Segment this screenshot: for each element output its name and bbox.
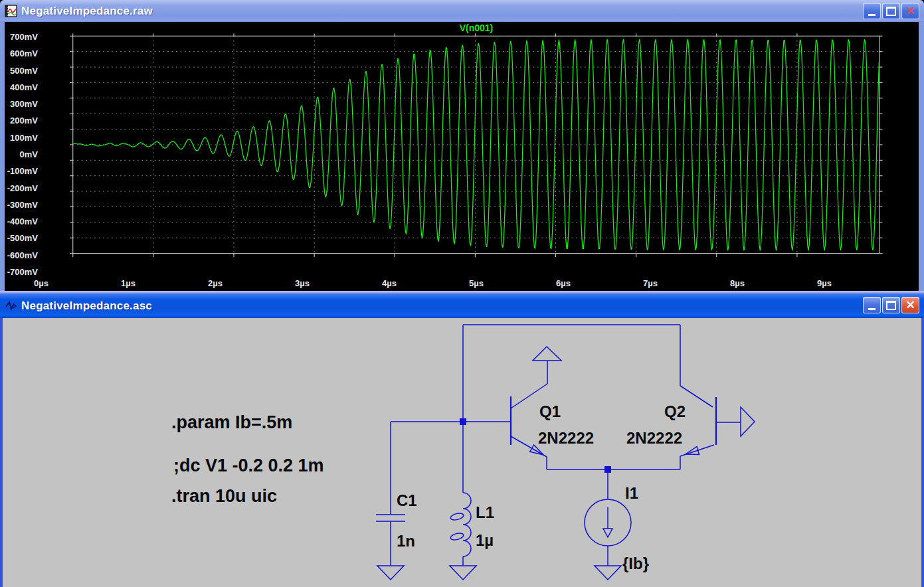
maximize-icon <box>886 301 896 310</box>
ground-symbol-up <box>533 347 561 361</box>
waveform-viewer-window: NegativeImpedance.raw ✕ 700mV600mV500mV4… <box>0 0 924 291</box>
label-c1[interactable]: C1 <box>397 491 417 509</box>
y-tick-label: 500mV <box>0 66 38 76</box>
label-q1[interactable]: Q1 <box>539 402 561 420</box>
x-tick-label: 2µs <box>197 278 234 288</box>
x-tick-label: 6µs <box>545 278 582 288</box>
x-tick-label: 9µs <box>806 278 843 288</box>
schematic-canvas[interactable]: Q1 2N2222 Q2 2N2222 C1 1n L1 1µ I1 {Ib} … <box>3 318 921 587</box>
minimize-icon <box>868 14 876 16</box>
directive-param[interactable]: .param Ib=.5m <box>171 412 292 432</box>
directive-tran[interactable]: .tran 10u uic <box>171 486 277 506</box>
wire-top-rail[interactable] <box>463 325 680 422</box>
y-tick-label: -100mV <box>0 166 38 176</box>
waveform-plot-area[interactable] <box>0 22 924 291</box>
value-l1[interactable]: 1µ <box>476 531 494 549</box>
value-q2[interactable]: 2N2222 <box>626 429 682 447</box>
y-tick-label: -300mV <box>0 200 38 210</box>
x-tick-label: 1µs <box>110 278 147 288</box>
junction-dot <box>460 418 466 425</box>
trace-legend[interactable]: V(n001) <box>436 23 516 33</box>
y-tick-label: -200mV <box>0 183 38 193</box>
value-i1[interactable]: {Ib} <box>622 554 649 572</box>
value-c1[interactable]: 1n <box>397 532 415 550</box>
y-tick-label: 300mV <box>0 99 38 109</box>
inductor-l1[interactable] <box>450 493 476 580</box>
minimize-icon <box>868 308 876 310</box>
y-tick-label: -400mV <box>0 216 38 226</box>
maximize-icon <box>886 7 896 16</box>
transistor-q2[interactable] <box>680 386 755 469</box>
directive-dc[interactable]: ;dc V1 -0.2 0.2 1m <box>173 456 324 475</box>
wire-emitter-rail[interactable] <box>547 469 680 499</box>
ground-symbol-right <box>741 407 755 436</box>
window-border <box>919 22 924 291</box>
close-icon: ✕ <box>905 5 915 17</box>
y-tick-label: -600mV <box>0 250 38 260</box>
window-border <box>921 318 924 587</box>
label-i1[interactable]: I1 <box>625 484 638 502</box>
x-tick-label: 7µs <box>632 278 669 288</box>
window-border <box>0 22 5 291</box>
asc-window-title: NegativeImpedance.asc <box>21 299 152 313</box>
y-tick-label: -500mV <box>0 233 38 243</box>
x-tick-label: 8µs <box>719 278 756 288</box>
y-tick-label: 600mV <box>0 48 38 58</box>
x-tick-label: 5µs <box>458 278 495 288</box>
close-icon: ✕ <box>905 299 915 311</box>
raw-window-title: NegativeImpedance.raw <box>21 5 153 18</box>
window-border <box>0 318 3 587</box>
close-button[interactable]: ✕ <box>901 3 919 19</box>
close-button[interactable]: ✕ <box>901 297 919 313</box>
raw-window-titlebar[interactable]: NegativeImpedance.raw ✕ <box>0 0 924 22</box>
ground-symbol <box>595 566 621 580</box>
x-tick-label: 4µs <box>371 278 408 288</box>
minimize-button[interactable] <box>863 297 881 313</box>
minimize-button[interactable] <box>863 3 881 19</box>
schematic-editor-window: NegativeImpedance.asc ✕ <box>0 291 924 587</box>
x-tick-label: 0µs <box>23 278 60 288</box>
label-q2[interactable]: Q2 <box>664 402 686 420</box>
junction-dot <box>604 466 611 473</box>
asc-window-titlebar[interactable]: NegativeImpedance.asc ✕ <box>0 294 924 318</box>
y-tick-label: 200mV <box>0 116 38 126</box>
schematic-file-icon[interactable] <box>5 300 17 313</box>
value-q1[interactable]: 2N2222 <box>538 429 594 447</box>
ground-symbol <box>450 566 476 580</box>
current-arrow <box>603 529 612 537</box>
y-tick-label: 700mV <box>0 32 38 42</box>
maximize-button[interactable] <box>882 3 900 19</box>
y-tick-label: -700mV <box>0 267 38 277</box>
maximize-button[interactable] <box>882 297 900 313</box>
label-l1[interactable]: L1 <box>476 503 494 521</box>
schematic-drawing[interactable]: Q1 2N2222 Q2 2N2222 C1 1n L1 1µ I1 {Ib} … <box>3 318 921 587</box>
y-tick-label: 100mV <box>0 133 38 143</box>
waveform-file-icon[interactable] <box>5 5 17 17</box>
x-tick-label: 3µs <box>284 278 321 288</box>
y-tick-label: 400mV <box>0 82 38 92</box>
ground-symbol <box>377 566 404 580</box>
y-tick-label: 0mV <box>0 149 38 159</box>
